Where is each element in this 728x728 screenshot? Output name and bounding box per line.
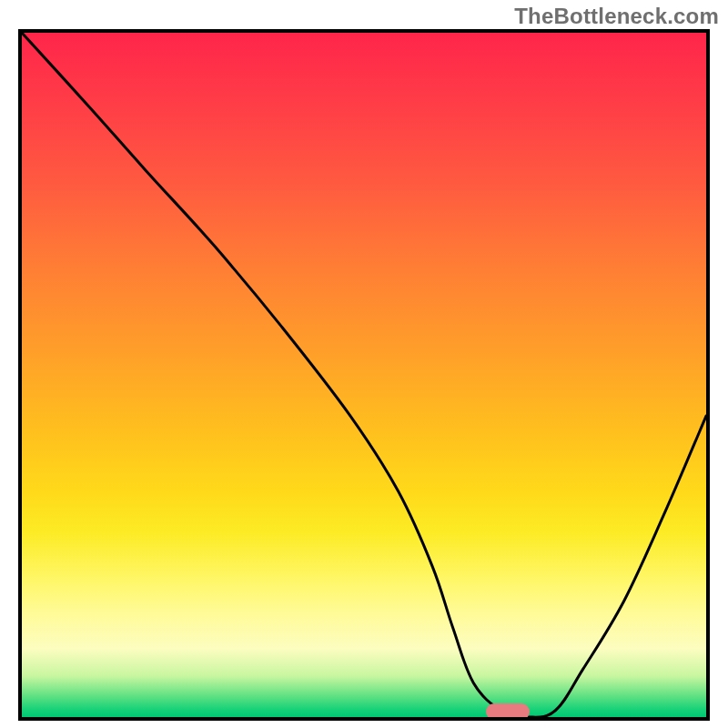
chart-curve-svg bbox=[22, 33, 706, 717]
watermark-text: TheBottleneck.com bbox=[514, 4, 719, 29]
chart-frame bbox=[18, 29, 710, 721]
chart-plot-area bbox=[22, 33, 706, 717]
bottleneck-curve bbox=[22, 33, 706, 717]
optimal-point-marker bbox=[486, 703, 530, 717]
